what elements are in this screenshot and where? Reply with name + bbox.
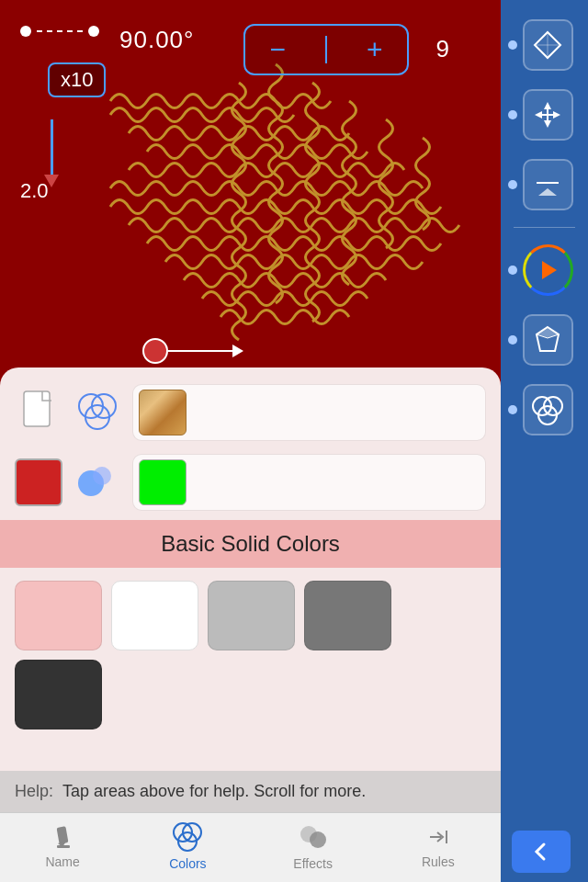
svg-marker-7	[535, 111, 542, 119]
red-swatch	[15, 458, 62, 506]
sidebar-dot	[508, 405, 517, 414]
main-panel: Basic Solid Colors Help: Tap areas above…	[0, 368, 501, 882]
chevron-left-icon	[530, 841, 552, 863]
blend-button[interactable]	[523, 384, 573, 435]
props-row-2	[0, 450, 501, 520]
effects-circles-icon	[298, 821, 329, 853]
canvas-arrow-line	[168, 350, 232, 352]
step-count: 9	[436, 35, 449, 63]
svg-point-29	[310, 831, 326, 848]
wood-swatch	[139, 390, 187, 435]
svg-rect-22	[57, 845, 70, 848]
svg-rect-16	[24, 391, 50, 426]
arrow-line	[51, 119, 53, 175]
props-row-1	[0, 368, 501, 450]
sidebar-dot	[508, 110, 517, 119]
help-text: Tap areas above for help. Scroll for mor…	[62, 780, 366, 803]
control-box[interactable]: − +	[243, 24, 409, 75]
green-swatch	[139, 459, 187, 505]
gem-button[interactable]	[523, 314, 573, 366]
angle-display: 90.00°	[119, 26, 194, 54]
red-swatch-container[interactable]	[15, 454, 62, 511]
rules-arrows-icon	[424, 823, 452, 851]
decrement-button[interactable]: −	[260, 34, 295, 65]
swatch-white[interactable]	[111, 581, 198, 650]
svg-rect-23	[57, 826, 69, 843]
svg-point-21	[93, 467, 111, 485]
help-label: Help:	[15, 782, 53, 801]
play-icon	[542, 261, 557, 279]
diamond-icon	[533, 30, 562, 60]
wavy-pattern: .wave-path { fill: none; stroke: #c8a030…	[55, 28, 478, 368]
stroke-swatch-box[interactable]	[132, 454, 486, 511]
arrow-indicator	[44, 119, 59, 187]
tab-effects-label: Effects	[293, 856, 333, 871]
transform-button[interactable]	[523, 89, 573, 141]
right-sidebar	[501, 0, 588, 882]
sidebar-row-gem	[501, 309, 588, 371]
sidebar-dot	[508, 266, 517, 275]
sidebar-back-area	[512, 831, 578, 873]
svg-marker-10	[538, 188, 557, 196]
svg-marker-12	[537, 327, 559, 338]
swatch-dark-gray[interactable]	[15, 660, 102, 729]
swatch-pink[interactable]	[15, 581, 102, 650]
play-button[interactable]	[523, 244, 573, 296]
gem-icon	[533, 325, 562, 355]
pencil-icon	[49, 823, 76, 851]
fill-swatch-box[interactable]	[132, 384, 486, 441]
svg-marker-5	[544, 120, 551, 128]
document-icon	[20, 390, 57, 435]
sidebar-row-play	[501, 239, 588, 301]
value-label: 2.0	[20, 179, 49, 203]
sidebar-row-shape	[501, 14, 588, 76]
tab-colors-label: Colors	[169, 856, 206, 871]
colors-circles-icon	[172, 821, 203, 853]
tab-rules-label: Rules	[422, 854, 455, 869]
swatch-light-gray[interactable]	[208, 581, 295, 650]
curve-dot-2	[88, 26, 99, 37]
increment-button[interactable]: +	[357, 34, 392, 65]
arrows-cross-icon	[533, 100, 562, 130]
swatch-gray[interactable]	[304, 581, 391, 650]
blob-icon	[76, 461, 119, 503]
shape-button[interactable]	[523, 19, 573, 71]
canvas-arrow-head	[232, 345, 243, 357]
sidebar-separator	[514, 227, 575, 228]
sidebar-dot	[508, 335, 517, 345]
sidebar-row-transform	[501, 84, 588, 146]
tab-effects[interactable]: Effects	[251, 813, 376, 882]
help-bar: Help: Tap areas above for help. Scroll f…	[0, 771, 501, 812]
svg-marker-4	[544, 102, 551, 109]
dashed-line	[37, 30, 83, 32]
blend-icon[interactable]	[74, 384, 121, 441]
tab-name-label: Name	[45, 854, 79, 869]
tab-name[interactable]: Name	[0, 813, 125, 882]
swatches-grid	[0, 568, 501, 742]
divider	[325, 36, 327, 63]
tab-rules[interactable]: Rules	[376, 813, 501, 882]
section-header: Basic Solid Colors	[0, 520, 501, 568]
canvas-arrow-circle	[142, 338, 168, 364]
canvas-area: .wave-path { fill: none; stroke: #c8a030…	[0, 0, 501, 377]
page-icon[interactable]	[15, 384, 62, 441]
back-button[interactable]	[512, 831, 571, 873]
tab-bar: Name Colors Effects Rul	[0, 812, 501, 882]
sidebar-row-layer	[501, 153, 588, 216]
sidebar-dot	[508, 40, 517, 50]
layer-icon	[533, 170, 562, 199]
layer-button[interactable]	[523, 159, 573, 210]
tab-colors[interactable]: Colors	[125, 813, 250, 882]
sidebar-dot	[508, 180, 517, 189]
canvas-arrow	[142, 338, 243, 364]
curve-dot-1	[20, 26, 31, 37]
blend-circles-icon	[531, 393, 564, 426]
blend-icon	[76, 391, 119, 434]
blob-icon[interactable]	[74, 454, 121, 511]
sidebar-row-blend	[501, 379, 588, 441]
svg-marker-8	[553, 111, 560, 119]
multiplier-box[interactable]: x10	[48, 62, 106, 97]
